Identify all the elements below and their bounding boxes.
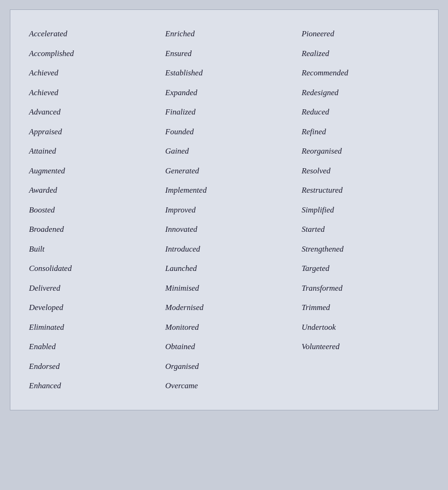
list-item: Overcame	[156, 376, 292, 396]
list-item: Enhanced	[20, 376, 156, 396]
list-item: Gained	[156, 141, 292, 161]
list-item: Broadened	[20, 220, 156, 239]
list-item	[292, 357, 428, 376]
list-item: Trimmed	[292, 298, 428, 318]
list-item: Volunteered	[292, 337, 428, 357]
list-item: Reorganised	[292, 141, 428, 161]
list-item: Consolidated	[20, 259, 156, 278]
list-item: Enriched	[156, 24, 292, 44]
list-item: Achieved	[20, 63, 156, 83]
list-item: Generated	[156, 161, 292, 181]
list-item: Advanced	[20, 102, 156, 122]
list-item: Restructured	[292, 180, 428, 200]
list-item: Ensured	[156, 44, 292, 64]
list-item: Targeted	[292, 259, 428, 278]
list-item: Augmented	[20, 161, 156, 181]
list-item: Redesigned	[292, 83, 428, 103]
list-item: Finalized	[156, 102, 292, 122]
list-item: Simplified	[292, 200, 428, 220]
list-item: Enabled	[20, 337, 156, 357]
list-item: Monitored	[156, 318, 292, 337]
list-item: Reduced	[292, 102, 428, 122]
list-item: Resolved	[292, 161, 428, 181]
list-item: Attained	[20, 141, 156, 161]
list-item: Launched	[156, 259, 292, 278]
list-item: Realized	[292, 44, 428, 64]
list-item: Accomplished	[20, 44, 156, 64]
list-item: Organised	[156, 357, 292, 376]
list-item: Refined	[292, 122, 428, 142]
list-item: Founded	[156, 122, 292, 142]
list-item: Awarded	[20, 180, 156, 200]
list-item: Boosted	[20, 200, 156, 220]
list-item: Established	[156, 63, 292, 83]
list-item: Innovated	[156, 220, 292, 239]
word-list-container: AcceleratedEnrichedPioneeredAccomplished…	[10, 9, 439, 410]
list-item: Eliminated	[20, 318, 156, 337]
list-item	[292, 376, 428, 396]
list-item: Recommended	[292, 63, 428, 83]
list-item: Obtained	[156, 337, 292, 357]
list-item: Minimised	[156, 278, 292, 298]
list-item: Appraised	[20, 122, 156, 142]
list-item: Accelerated	[20, 24, 156, 44]
list-item: Undertook	[292, 318, 428, 337]
list-item: Endorsed	[20, 357, 156, 376]
list-item: Introduced	[156, 239, 292, 259]
list-item: Achieved	[20, 83, 156, 103]
list-item: Developed	[20, 298, 156, 318]
word-grid: AcceleratedEnrichedPioneeredAccomplished…	[20, 24, 429, 396]
list-item: Pioneered	[292, 24, 428, 44]
list-item: Started	[292, 220, 428, 239]
list-item: Improved	[156, 200, 292, 220]
list-item: Transformed	[292, 278, 428, 298]
list-item: Strengthened	[292, 239, 428, 259]
list-item: Delivered	[20, 278, 156, 298]
list-item: Modernised	[156, 298, 292, 318]
list-item: Built	[20, 239, 156, 259]
list-item: Expanded	[156, 83, 292, 103]
list-item: Implemented	[156, 180, 292, 200]
